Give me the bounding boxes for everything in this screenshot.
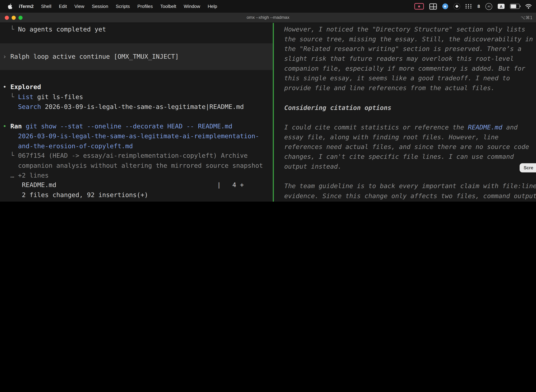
terminal-line: Search 2026-03-09-is-legal-the-same-as-l… <box>3 102 273 112</box>
terminal-block: └ No agents completed yet <box>3 25 273 34</box>
right-terminal-pane[interactable]: However, I noticed the "Directory Struct… <box>274 23 536 202</box>
battery-icon[interactable] <box>510 4 519 9</box>
terminal-line: … +2 lines <box>3 171 273 180</box>
text-segment: 2026-03-09-is-legal-the-same-as-legitima… <box>41 103 244 110</box>
text-segment: slight risk that future readers may over… <box>277 55 514 62</box>
text-segment: … +2 lines <box>3 172 49 179</box>
text-segment: › <box>3 53 10 60</box>
menu-item-scripts[interactable]: Scripts <box>112 4 134 9</box>
window-title: omx --xhigh --madmax <box>0 13 536 23</box>
text-segment: 067f154 (HEAD -> essay/ai-reimplementati… <box>18 152 248 159</box>
terminal-line: • Ran git show --stat --oneline --decora… <box>3 121 273 131</box>
terminal-line: I could cite commit statistics or refere… <box>277 123 536 132</box>
terminal-line <box>277 113 536 123</box>
terminal-line <box>3 112 273 122</box>
terminal-line: └ No agents completed yet <box>3 25 273 34</box>
ralph-loop-banner[interactable]: › Ralph loop active continue [OMX_TMUX_I… <box>0 43 273 70</box>
terminal-line: Considering citation options <box>277 103 536 113</box>
terminal-line: companion file, especially if more comme… <box>277 64 536 74</box>
gauge-icon[interactable]: .61 <box>485 3 492 10</box>
text-segment: List <box>18 93 34 100</box>
window-shortcut-badge: ⌥⌘1 <box>521 13 533 23</box>
text-segment: 2 files changed, 92 insertions(+) <box>3 191 148 198</box>
wifi-icon[interactable] <box>525 4 532 9</box>
menu-item-shell[interactable]: Shell <box>37 4 55 9</box>
macos-menu-bar: iTerm2ShellEditViewSessionScriptsProfile… <box>0 0 536 13</box>
menu-item-iterm2[interactable]: iTerm2 <box>15 4 38 9</box>
terminal-line: └ List git ls-files <box>3 92 273 102</box>
dark-app-icon[interactable] <box>454 3 460 9</box>
apple-logo-icon <box>8 3 12 9</box>
terminal-line: › Ralph loop active continue [OMX_TMUX_I… <box>3 52 270 62</box>
text-segment: this single essay, it seems like a good … <box>277 75 510 82</box>
text-segment: Explored <box>10 84 41 91</box>
text-segment: • <box>3 84 10 91</box>
left-terminal-pane[interactable]: └ No agents completed yet› Ralph loop ac… <box>0 23 273 202</box>
text-segment: └ <box>3 93 18 100</box>
text-segment: • <box>3 123 10 130</box>
screen: iTerm2ShellEditViewSessionScriptsProfile… <box>0 0 536 202</box>
dots-grid-icon[interactable] <box>465 4 472 9</box>
text-segment: └ <box>3 26 18 33</box>
text-segment: README.md <box>468 124 502 131</box>
terminal-line: evidence. Since this change only affects… <box>277 191 536 201</box>
terminal-line: changes, I can't cite specific file line… <box>277 152 536 162</box>
text-segment <box>3 103 18 110</box>
menu-item-profiles[interactable]: Profiles <box>134 4 157 9</box>
text-segment: The team guideline is to back every impo… <box>277 182 536 190</box>
text-segment: provide file and line references from th… <box>277 84 495 92</box>
keycap-8-icon[interactable]: 8 <box>478 4 480 9</box>
text-segment <box>22 123 26 130</box>
terminal-line: provide file and line references from th… <box>277 84 536 93</box>
text-segment: evidence. Since this change only affects… <box>277 192 536 199</box>
text-segment: references need actual files, and since … <box>277 143 529 150</box>
text-segment: essay file, along with finding root file… <box>277 133 498 140</box>
text-segment <box>3 132 18 140</box>
menu-items: iTerm2ShellEditViewSessionScriptsProfile… <box>15 4 221 9</box>
terminal-line: might be acceptable alongside the file l… <box>277 201 536 202</box>
terminal-line: the "Related research writing" section i… <box>277 44 536 54</box>
text-segment: git ls-files <box>34 93 83 100</box>
terminal-line <box>277 172 536 182</box>
text-segment: the "Related research writing" section i… <box>277 45 522 52</box>
text-segment: changes, I can't cite specific file line… <box>277 153 514 160</box>
text-segment: and-the-erosion-of-copyleft.md <box>18 142 133 149</box>
terminal-line: However, I noticed the "Directory Struct… <box>277 25 536 34</box>
blue-app-icon[interactable] <box>442 3 448 9</box>
terminal-line: 2026-03-09-is-legal-the-same-as-legitima… <box>3 131 273 141</box>
text-segment: companion analysis without altering the … <box>3 162 263 169</box>
screen-recording-indicator[interactable] <box>414 3 424 9</box>
agent-transcript: However, I noticed the "Directory Struct… <box>277 25 536 202</box>
apple-menu[interactable] <box>8 3 12 9</box>
text-segment: output instead. <box>277 163 342 170</box>
menu-item-toolbelt[interactable]: Toolbelt <box>157 4 180 9</box>
window-manager-icon[interactable] <box>429 3 437 9</box>
text-segment: No agents completed yet <box>18 26 106 33</box>
terminal-line: and-the-erosion-of-copyleft.md <box>3 141 273 151</box>
menu-item-help[interactable]: Help <box>204 4 221 9</box>
terminal-line: The team guideline is to back every impo… <box>277 181 536 191</box>
text-segment: └ <box>3 152 18 159</box>
text-segment: README.md | 4 + <box>3 182 244 189</box>
window-title-bar[interactable]: omx --xhigh --madmax ⌥⌘1 <box>0 13 536 23</box>
menu-item-view[interactable]: View <box>71 4 88 9</box>
terminal-area: └ No agents completed yet› Ralph loop ac… <box>0 23 536 202</box>
screen-share-indicator[interactable]: Scre <box>519 163 536 172</box>
text-segment: 2026-03-09-is-legal-the-same-as-legitima… <box>18 132 259 140</box>
terminal-line: README.md | 4 + <box>3 180 273 190</box>
terminal-line <box>277 93 536 103</box>
terminal-line: the source tree, missing the essay. Stil… <box>277 34 536 44</box>
terminal-line: output instead. <box>277 162 536 172</box>
text-segment: Considering citation options <box>277 104 392 111</box>
text-segment: Ran <box>10 123 22 130</box>
terminal-line: └ 067f154 (HEAD -> essay/ai-reimplementa… <box>3 151 273 161</box>
terminal-line: slight risk that future readers may over… <box>277 54 536 64</box>
menu-item-window[interactable]: Window <box>180 4 204 9</box>
menu-item-session[interactable]: Session <box>88 4 112 9</box>
terminal-line: essay file, along with finding root file… <box>277 132 536 142</box>
terminal-line <box>3 200 273 202</box>
text-segment <box>3 142 18 149</box>
menu-item-edit[interactable]: Edit <box>55 4 71 9</box>
input-source-icon[interactable]: A <box>498 4 505 9</box>
text-segment: I could cite commit statistics or refere… <box>277 124 468 131</box>
